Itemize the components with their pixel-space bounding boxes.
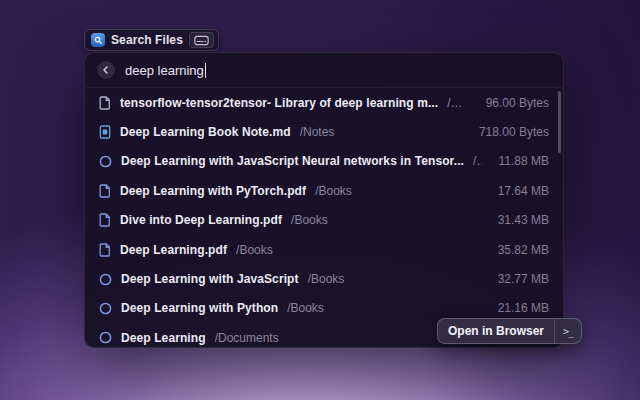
file-title: Deep Learning with Python (121, 301, 278, 315)
file-result-row[interactable]: Deep Learning.pdf /Books 35.82 MB (85, 235, 563, 264)
file-result-row[interactable]: Deep Learning Book Note.md /Notes 718.00… (85, 117, 563, 146)
file-size: 17.64 MB (490, 184, 549, 198)
search-files-extension-icon (91, 33, 105, 47)
file-path: /Books (287, 301, 324, 315)
file-size: 31.43 MB (490, 213, 549, 227)
results-list: tensorflow-tensor2tensor- Library of dee… (85, 88, 563, 348)
file-title: Deep Learning (121, 331, 206, 345)
chip-label: Search Files (111, 33, 183, 47)
file-title: Dive into Deep Learning.pdf (120, 213, 282, 227)
file-size: 11.88 MB (491, 154, 549, 168)
file-title: Deep Learning.pdf (120, 243, 227, 257)
file-path: /Documents (215, 331, 279, 345)
search-input[interactable]: deep learning (125, 63, 206, 78)
search-files-panel: deep learning tensorflow-tensor2tensor- … (84, 52, 564, 348)
markdown-file-icon (99, 125, 111, 139)
search-query-text: deep learning (125, 63, 204, 78)
document-icon (99, 184, 111, 198)
file-size: 32.77 MB (490, 272, 549, 286)
file-result-row[interactable]: tensorflow-tensor2tensor- Library of dee… (85, 88, 563, 117)
file-title: Deep Learning Book Note.md (120, 125, 291, 139)
file-result-row[interactable]: Deep Learning with PyTorch.pdf /Books 17… (85, 176, 563, 205)
circle-file-icon (99, 331, 112, 344)
drive-icon (189, 32, 214, 48)
file-path: /Books (236, 243, 273, 257)
file-title: Deep Learning with JavaScript Neural net… (121, 154, 464, 168)
chevron-left-icon[interactable] (97, 61, 115, 79)
text-caret (205, 63, 207, 78)
file-title: Deep Learning with PyTorch.pdf (120, 184, 306, 198)
file-size: 96.00 Bytes (478, 96, 549, 110)
circle-file-icon (99, 273, 112, 286)
file-size: 21.16 MB (490, 301, 549, 315)
search-files-chip[interactable]: Search Files (84, 29, 219, 51)
terminal-prompt-key-icon: >_ (554, 319, 581, 343)
file-path: /Books (315, 184, 352, 198)
open-in-browser-button[interactable]: Open in Browser >_ (437, 318, 582, 344)
circle-file-icon (99, 302, 112, 315)
file-result-row[interactable]: Deep Learning with JavaScript /Books 32.… (85, 264, 563, 293)
file-title: tensorflow-tensor2tensor- Library of dee… (120, 96, 438, 110)
open-in-browser-label: Open in Browser (438, 324, 554, 338)
file-path: /Books/Deep Learning wi... (473, 154, 482, 168)
document-icon (99, 243, 111, 257)
file-path: /Notes (300, 125, 335, 139)
search-bar: deep learning (85, 53, 563, 88)
scrollbar-thumb[interactable] (558, 91, 561, 153)
document-icon (99, 96, 111, 110)
circle-file-icon (99, 155, 112, 168)
file-size: 35.82 MB (490, 243, 549, 257)
file-size: 718.00 Bytes (471, 125, 549, 139)
document-icon (99, 213, 111, 227)
file-path: /Books (308, 272, 345, 286)
file-path: /Documents/Graduate S... (447, 96, 468, 110)
file-result-row[interactable]: Deep Learning with JavaScript Neural net… (85, 147, 563, 176)
file-path: /Books (291, 213, 328, 227)
file-title: Deep Learning with JavaScript (121, 272, 299, 286)
file-result-row[interactable]: Dive into Deep Learning.pdf /Books 31.43… (85, 206, 563, 235)
